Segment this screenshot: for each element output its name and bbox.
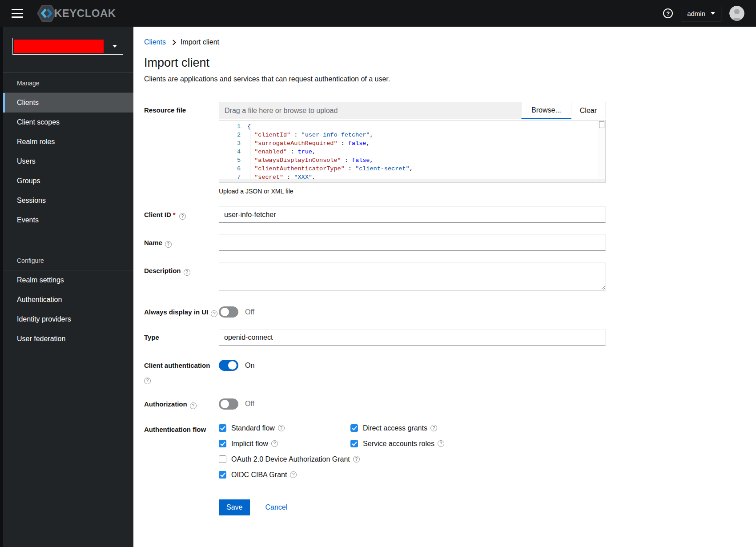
save-button[interactable]: Save (219, 499, 250, 515)
scrollbar-thumb[interactable] (599, 121, 604, 128)
help-icon[interactable] (290, 471, 297, 478)
sidebar-item-sessions[interactable]: Sessions (3, 191, 133, 210)
editor-lines: 1 { 2 "clientId" : "user-info-fetcher", … (219, 121, 605, 181)
avatar[interactable] (729, 6, 744, 21)
realm-name-redacted (14, 40, 104, 53)
implicit-flow-checkbox[interactable] (219, 440, 226, 447)
line-number: 1 (219, 122, 247, 131)
implicit-flow-option: Implicit flow (219, 440, 350, 448)
direct-access-grants-option: Direct access grants (350, 424, 606, 432)
sidebar-item-authentication[interactable]: Authentication (3, 290, 133, 310)
help-icon[interactable] (353, 456, 360, 463)
editor-horizontal-scrollbar[interactable] (219, 179, 605, 182)
sidebar-item-realm-roles[interactable]: Realm roles (3, 132, 133, 152)
nav-section-manage: Manage (3, 73, 133, 93)
help-icon[interactable] (211, 310, 217, 317)
direct-access-grants-checkbox[interactable] (350, 424, 358, 432)
help-icon[interactable] (179, 213, 186, 220)
help-icon[interactable] (438, 440, 444, 447)
toggle-state-label: Off (245, 308, 254, 316)
authentication-flow-options: Standard flow Direct access grants Impli… (219, 421, 606, 479)
client-id-row: Client ID* (144, 206, 606, 223)
chevron-down-icon (711, 12, 715, 15)
help-icon[interactable] (190, 402, 197, 409)
breadcrumb-current: Import client (181, 38, 219, 46)
realm-selector[interactable] (12, 38, 123, 55)
masthead-right: admin (663, 6, 744, 21)
sidebar-item-users[interactable]: Users (3, 152, 133, 171)
help-icon[interactable] (430, 425, 437, 431)
toggle-state-label: Off (245, 400, 254, 408)
indent-guide (250, 131, 250, 181)
sidebar-item-groups[interactable]: Groups (3, 171, 133, 191)
file-upload-group: Browse... Clear (219, 102, 606, 119)
user-menu-dropdown[interactable]: admin (681, 6, 721, 21)
resource-file-control: Browse... Clear 1 { 2 "clientId" : "user… (219, 102, 606, 195)
form-actions-row: Save Cancel (144, 491, 606, 515)
toggle-state-label: On (245, 362, 254, 370)
editor-vertical-scrollbar[interactable] (598, 121, 605, 179)
description-textarea[interactable] (219, 262, 606, 290)
resource-file-label: Resource file (144, 102, 219, 115)
oauth-device-grant-option: OAuth 2.0 Device Authorization Grant (219, 455, 606, 463)
import-client-form: Resource file Browse... Clear 1 { (133, 83, 606, 515)
clear-button[interactable]: Clear (571, 102, 606, 119)
authentication-flow-row: Authentication flow Standard flow Direct… (144, 421, 606, 479)
chevron-down-icon (113, 45, 117, 48)
sidebar-item-client-scopes[interactable]: Client scopes (3, 113, 133, 132)
json-code-editor[interactable]: 1 { 2 "clientId" : "user-info-fetcher", … (219, 120, 606, 183)
help-icon[interactable] (278, 425, 285, 431)
name-row: Name (144, 234, 606, 251)
line-number: 6 (219, 165, 247, 173)
nav-toggle-icon[interactable] (12, 9, 23, 18)
line-number: 5 (219, 156, 247, 165)
breadcrumb-clients-link[interactable]: Clients (144, 38, 166, 46)
code-line: 6 "clientAuthenticatorType" : "client-se… (219, 165, 605, 173)
toggle-knob (228, 361, 237, 370)
sidebar-item-user-federation[interactable]: User federation (3, 329, 133, 349)
client-id-input[interactable] (219, 206, 606, 223)
oauth-device-grant-checkbox[interactable] (219, 455, 226, 463)
page-title: Import client (144, 56, 745, 70)
file-upload-input[interactable] (219, 102, 521, 119)
form-actions: Save Cancel (219, 499, 606, 515)
type-row: Type (144, 329, 606, 346)
oidc-ciba-grant-checkbox[interactable] (219, 471, 226, 479)
always-display-toggle[interactable] (219, 306, 238, 318)
sidebar-item-identity-providers[interactable]: Identity providers (3, 310, 133, 329)
type-input[interactable] (219, 329, 606, 346)
masthead-left: KEYCLOAK (12, 4, 116, 23)
required-asterisk: * (171, 211, 177, 218)
client-authentication-toggle[interactable] (219, 360, 238, 371)
help-icon[interactable] (663, 8, 673, 18)
keycloak-admin-console: KEYCLOAK admin (0, 0, 756, 547)
client-authentication-label: Client authentication (144, 357, 219, 384)
code-line: 3 "surrogateAuthRequired" : false, (219, 139, 605, 148)
description-row: Description (144, 262, 606, 292)
code-line: 5 "alwaysDisplayInConsole" : false, (219, 156, 605, 165)
name-input[interactable] (219, 234, 606, 251)
help-icon[interactable] (271, 440, 278, 447)
page-subtitle: Clients are applications and services th… (144, 75, 745, 83)
breadcrumb: Clients Import client (144, 38, 745, 46)
service-accounts-roles-checkbox[interactable] (350, 440, 358, 447)
type-label: Type (144, 329, 219, 342)
help-icon[interactable] (165, 241, 172, 248)
browse-button[interactable]: Browse... (521, 102, 571, 119)
help-icon[interactable] (144, 378, 151, 384)
sidebar-item-clients[interactable]: Clients (3, 93, 133, 113)
name-label: Name (144, 234, 219, 248)
standard-flow-checkbox[interactable] (219, 424, 226, 432)
sidebar: Manage Clients Client scopes Realm roles… (0, 27, 133, 547)
code-line: 2 "clientId" : "user-info-fetcher", (219, 131, 605, 139)
authentication-flow-label: Authentication flow (144, 421, 219, 434)
code-line: 1 { (219, 122, 605, 131)
authorization-toggle[interactable] (219, 398, 238, 410)
help-icon[interactable] (184, 269, 190, 276)
sidebar-item-realm-settings[interactable]: Realm settings (3, 270, 133, 290)
always-display-label: Always display in UI (144, 304, 219, 317)
cancel-button[interactable]: Cancel (265, 503, 287, 511)
content-header: Clients Import client Import client Clie… (133, 27, 756, 83)
sidebar-item-events[interactable]: Events (3, 210, 133, 230)
code-line: 4 "enabled" : true, (219, 148, 605, 156)
